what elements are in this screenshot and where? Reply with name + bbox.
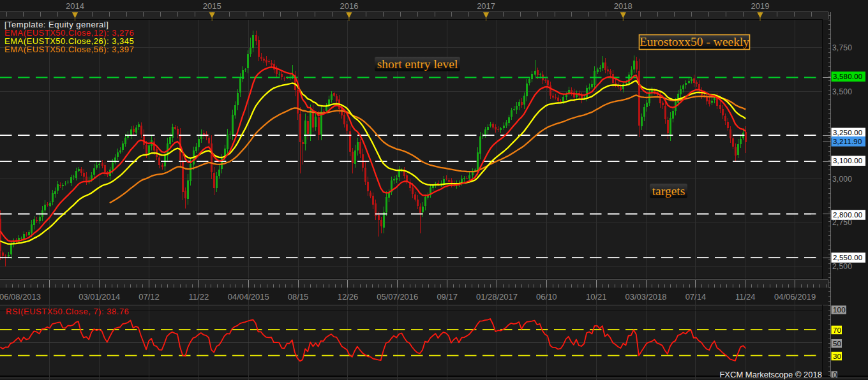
svg-text:03/03/2018: 03/03/2018	[625, 292, 667, 302]
svg-text:short entry level: short entry level	[377, 57, 458, 71]
svg-text:07/14: 07/14	[685, 292, 707, 302]
svg-text:3,750: 3,750	[832, 43, 852, 52]
svg-text:11/24: 11/24	[735, 292, 756, 302]
svg-text:09/17: 09/17	[437, 292, 458, 302]
svg-text:3,000: 3,000	[832, 175, 852, 184]
svg-text:2017: 2017	[477, 1, 495, 11]
svg-text:06/08/2013: 06/08/2013	[0, 292, 41, 302]
svg-text:05/07/2016: 05/07/2016	[377, 292, 418, 302]
svg-text:30: 30	[833, 353, 841, 360]
svg-text:2018: 2018	[614, 1, 632, 11]
svg-text:2,550.00: 2,550.00	[833, 254, 862, 261]
svg-text:70: 70	[833, 326, 841, 334]
svg-text:10/21: 10/21	[586, 292, 607, 302]
svg-text:04/04/2015: 04/04/2015	[228, 292, 269, 302]
svg-text:50: 50	[833, 340, 841, 347]
svg-text:2,800.00: 2,800.00	[833, 211, 862, 219]
svg-text:100: 100	[833, 306, 846, 314]
svg-text:3,100.00: 3,100.00	[833, 157, 862, 164]
svg-text:2019: 2019	[751, 1, 770, 11]
svg-text:3,580.00: 3,580.00	[833, 73, 862, 80]
svg-text:FXCM Marketscope © 2018: FXCM Marketscope © 2018	[719, 370, 822, 379]
svg-text:3,250.00: 3,250.00	[833, 129, 862, 136]
svg-text:3,500: 3,500	[832, 87, 852, 96]
svg-text:03/01/2014: 03/01/2014	[79, 292, 120, 302]
svg-text:07/12: 07/12	[138, 292, 160, 302]
svg-text:0: 0	[833, 371, 837, 379]
svg-text:2014: 2014	[66, 1, 84, 11]
svg-text:01/28/2017: 01/28/2017	[476, 292, 518, 302]
svg-text:11/22: 11/22	[189, 292, 209, 302]
svg-text:Eurostoxx50 - weekly: Eurostoxx50 - weekly	[640, 35, 749, 48]
svg-text:3,211.90: 3,211.90	[833, 138, 862, 145]
svg-text:EMA(EUSTX50.Close,56): 3,397: EMA(EUSTX50.Close,56): 3,397	[4, 45, 134, 54]
svg-text:2016: 2016	[340, 1, 358, 11]
svg-text:06/10: 06/10	[536, 292, 557, 302]
svg-text:12/26: 12/26	[338, 292, 359, 302]
svg-text:RSI(EUSTX50.Close, 7): 38.76: RSI(EUSTX50.Close, 7): 38.76	[6, 307, 129, 316]
svg-text:08/15: 08/15	[288, 292, 309, 302]
svg-text:04/06/2019: 04/06/2019	[774, 292, 816, 302]
svg-text:2,500: 2,500	[832, 262, 852, 271]
svg-text:2015: 2015	[203, 1, 221, 11]
svg-text:targets: targets	[652, 184, 685, 198]
